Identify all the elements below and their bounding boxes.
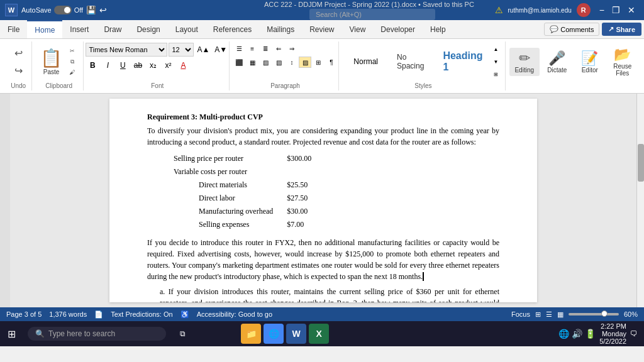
styles-expand-button[interactable]: ⊞	[491, 68, 501, 80]
title-bar-left: W AutoSave Off 💾 ↩	[5, 4, 250, 16]
volume-icon[interactable]: 🔊	[572, 329, 582, 339]
save-icon[interactable]: 💾	[87, 6, 96, 14]
editor-tool[interactable]: 📝 Editor	[575, 48, 605, 76]
tab-view[interactable]: View	[342, 20, 374, 38]
redo-button[interactable]: ↪	[9, 62, 27, 79]
battery-icon: 🔋	[585, 329, 596, 339]
bold-button[interactable]: B	[86, 59, 99, 72]
underline-button[interactable]: U	[116, 59, 130, 72]
table-row: Selling price per router $300.00	[174, 153, 324, 165]
font-family-select[interactable]: Times New Roman	[86, 43, 167, 57]
tab-help[interactable]: Help	[423, 20, 453, 38]
zoom-slider[interactable]	[569, 313, 619, 315]
format-painter-button[interactable]: 🖌	[65, 67, 79, 77]
decrease-indent-button[interactable]: ⇐	[272, 43, 285, 54]
text-predictions[interactable]: Text Predictions: On	[111, 310, 172, 318]
multilevel-list-button[interactable]: ≣	[259, 43, 272, 54]
user-avatar[interactable]: R	[577, 3, 591, 17]
shading-button[interactable]: ▨	[299, 57, 311, 68]
align-right-button[interactable]: ▨	[259, 57, 272, 68]
tab-review[interactable]: Review	[302, 20, 341, 38]
file-explorer-app[interactable]: 📁	[241, 324, 261, 344]
zoom-percent[interactable]: 60%	[624, 310, 638, 318]
font-row2: B I U ab x₂ x² A	[86, 59, 229, 72]
tab-layout[interactable]: Layout	[168, 20, 206, 38]
chrome-app[interactable]: 🌐	[264, 324, 284, 344]
copy-button[interactable]: ⧉	[65, 57, 79, 67]
word-count: 1,376 words	[49, 310, 87, 318]
focus-button[interactable]: Focus	[511, 310, 530, 318]
tab-home[interactable]: Home	[27, 20, 62, 38]
decrease-font-button[interactable]: A▼	[213, 43, 229, 56]
line-spacing-button[interactable]: ↕	[286, 57, 298, 68]
align-center-button[interactable]: ▦	[246, 57, 258, 68]
cut-button[interactable]: ✂	[65, 46, 79, 56]
excel-app[interactable]: X	[309, 324, 329, 344]
undo-button[interactable]: ↩	[9, 44, 27, 62]
dictate-tool[interactable]: 🎤 Dictate	[542, 48, 572, 76]
tab-developer[interactable]: Developer	[373, 20, 423, 38]
paste-button[interactable]: 📋 Paste	[39, 46, 64, 77]
scrollbar-thumb[interactable]	[638, 144, 644, 182]
list-buttons: ☰ ≡ ≣ ⇐ ⇒	[233, 43, 338, 54]
title-search-input[interactable]	[309, 9, 435, 20]
increase-indent-button[interactable]: ⇒	[286, 43, 298, 54]
comments-button[interactable]: 💬 Comments	[544, 23, 599, 36]
tab-design[interactable]: Design	[129, 20, 167, 38]
undo-group-label: Undo	[11, 82, 26, 89]
reuse-files-icon: 📂	[614, 47, 631, 63]
ribbon-content: ↩ ↪ Undo 📋 Paste ✂ ⧉ 🖌 Clipboard	[0, 39, 644, 93]
increase-font-button[interactable]: A▲	[195, 43, 211, 56]
document-content[interactable]: Requirement 3: Multi-product CVP To dive…	[10, 94, 636, 307]
task-view-button[interactable]: ⧉	[171, 322, 194, 345]
autosave-toggle[interactable]	[54, 6, 72, 14]
subscript-button[interactable]: x₂	[146, 59, 160, 72]
view-print-icon[interactable]: ⊞	[535, 310, 541, 319]
taskbar-search-input[interactable]	[48, 329, 149, 338]
table-row: Manufacturing overhead $30.00	[174, 206, 324, 217]
clock-display[interactable]: 2:22 PM Monday 5/2/2022	[599, 322, 626, 345]
font-color-button[interactable]: A	[176, 59, 190, 72]
italic-button[interactable]: I	[101, 59, 114, 72]
close-button[interactable]: ✕	[624, 4, 639, 16]
share-button[interactable]: ↗ Share	[602, 23, 641, 36]
styles-down-button[interactable]: ▼	[491, 55, 501, 68]
reuse-files-tool[interactable]: 📂 Reuse Files	[608, 44, 638, 79]
minimize-button[interactable]: −	[596, 4, 608, 16]
tab-references[interactable]: References	[206, 20, 259, 38]
tab-insert[interactable]: Insert	[62, 20, 96, 38]
restore-button[interactable]: ❐	[608, 4, 624, 16]
numbering-button[interactable]: ≡	[246, 43, 258, 54]
pilcrow-button[interactable]: ¶	[325, 57, 338, 68]
document-page[interactable]: Requirement 3: Multi-product CVP To dive…	[109, 99, 537, 302]
editing-tool[interactable]: ✏ Editing	[509, 48, 540, 76]
taskbar-search-box[interactable]: 🔍	[28, 327, 166, 341]
styles-up-button[interactable]: ▲	[491, 43, 501, 55]
network-icon[interactable]: 🌐	[558, 329, 569, 339]
table-row: Direct labor $27.50	[174, 192, 324, 204]
bullets-button[interactable]: ☰	[233, 43, 245, 54]
font-size-select[interactable]: 12	[169, 43, 194, 57]
superscript-button[interactable]: x²	[161, 59, 175, 72]
undo-quick[interactable]: ↩	[99, 5, 107, 15]
vertical-scrollbar[interactable]	[636, 94, 644, 307]
start-button[interactable]: ⊞	[0, 322, 23, 345]
tab-draw[interactable]: Draw	[96, 20, 129, 38]
question-a-para: a. If your division introduces this rout…	[160, 286, 499, 302]
view-web-icon[interactable]: ☰	[546, 310, 552, 319]
borders-button[interactable]: ⊞	[312, 57, 325, 68]
word-app[interactable]: W	[286, 324, 306, 344]
tab-file[interactable]: File	[0, 20, 27, 38]
day-name: Monday	[599, 330, 626, 337]
accessibility-status[interactable]: Accessibility: Good to go	[197, 310, 272, 318]
taskbar-search-icon: 🔍	[35, 329, 45, 338]
view-read-icon[interactable]: ▦	[557, 310, 564, 319]
tab-mailings[interactable]: Mailings	[259, 20, 302, 38]
notification-icon[interactable]: 🗨	[630, 329, 638, 338]
justify-button[interactable]: ▧	[272, 57, 285, 68]
style-normal[interactable]: Normal	[345, 46, 386, 77]
strikethrough-button[interactable]: ab	[131, 59, 145, 72]
style-heading1[interactable]: Heading 1	[435, 46, 491, 77]
style-nospace[interactable]: No Spacing	[389, 46, 432, 77]
align-left-button[interactable]: ⬛	[233, 57, 245, 68]
